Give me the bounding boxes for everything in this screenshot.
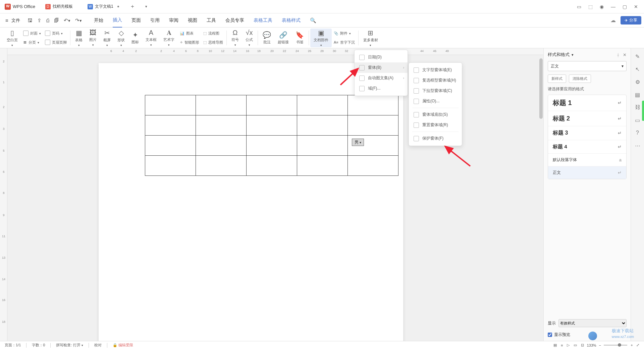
pin-icon[interactable]: ⟊ <box>617 52 620 57</box>
file-menu[interactable]: 文件 <box>3 16 23 25</box>
dropdown-form-field[interactable]: 男 <box>352 139 364 146</box>
icon-button[interactable]: ✦图标 <box>128 29 142 47</box>
flowchart-button[interactable]: ⬚流程图 <box>203 29 223 37</box>
table-button[interactable]: ▦表格▾ <box>72 29 86 47</box>
scrollbar-thumb[interactable] <box>539 58 543 119</box>
zoom-out-button[interactable]: − <box>599 343 601 347</box>
menu-view[interactable]: 视图 <box>188 13 197 28</box>
panel-close-icon[interactable]: ✕ <box>623 52 627 57</box>
dd-protect-form[interactable]: 保护窗体(F) <box>409 133 462 144</box>
select-icon[interactable]: ↖ <box>634 66 641 72</box>
maximize-button[interactable]: ▢ <box>622 4 627 9</box>
book-icon[interactable]: ▭ <box>634 117 641 123</box>
tab-template[interactable]: D 找稻壳模板 <box>41 2 77 12</box>
dd-form[interactable]: 窗体(B)› <box>355 62 408 73</box>
canvas-area[interactable]: 642246810121416182022242628303234444648 … <box>7 48 543 341</box>
view-outline-icon[interactable]: ≡ <box>561 343 563 347</box>
wordart-button[interactable]: 𝐀艺术字▾ <box>160 29 178 47</box>
dd-properties[interactable]: 属性(O)... <box>409 96 462 106</box>
search-icon[interactable]: 🔍 <box>310 17 316 23</box>
layers-icon[interactable]: ▤ <box>634 91 641 98</box>
menu-page[interactable]: 页面 <box>131 13 141 28</box>
fit-icon[interactable]: ⊡ <box>581 343 584 347</box>
more-resources-button[interactable]: ⊞更多素材▾ <box>360 29 381 47</box>
header-footer-button[interactable]: 页眉页脚 <box>45 38 67 46</box>
more-icon[interactable]: ⋯ <box>634 142 641 149</box>
tab-dropdown[interactable]: ▾ <box>141 4 151 9</box>
style-heading3[interactable]: 标题 3↵ <box>548 126 626 140</box>
zoom-slider[interactable] <box>604 345 627 346</box>
document-table[interactable] <box>145 95 398 176</box>
pencil-icon[interactable]: ✎ <box>634 53 641 60</box>
link-icon[interactable]: ⛓ <box>634 104 641 111</box>
dd-autotext[interactable]: 自动图文集(A)› <box>355 73 408 83</box>
symbol-button[interactable]: Ω符号▾ <box>228 29 242 47</box>
dd-form-shading[interactable]: 窗体域底纹(S) <box>409 109 462 120</box>
status-page[interactable]: 页面：1/1 <box>5 343 21 348</box>
textbox-button[interactable]: A文本框▾ <box>142 29 160 47</box>
picture-button[interactable]: 🖼图片▾ <box>86 29 100 47</box>
dd-field[interactable]: 域(F)... <box>355 83 408 94</box>
undo-icon[interactable]: ↶▾ <box>64 17 70 23</box>
close-button[interactable]: ✕ <box>633 4 639 9</box>
dd-checkbox-field[interactable]: 复选框型窗体域(H) <box>409 75 462 86</box>
settings-icon[interactable]: ⚙ <box>634 79 641 85</box>
style-default-font[interactable]: 默认段落字体a <box>548 154 626 166</box>
dd-dropdown-field[interactable]: 下拉型窗体域(C) <box>409 86 462 96</box>
reader-icon[interactable]: ▭ <box>576 4 582 9</box>
chart-button[interactable]: 📊图表 <box>180 29 199 37</box>
clear-format-button[interactable]: 清除格式 <box>569 74 591 83</box>
cover-button[interactable]: 封面▾ <box>23 29 41 37</box>
view-read-icon[interactable]: ▭ <box>574 343 577 347</box>
help-icon[interactable]: ? <box>634 130 641 136</box>
menu-reference[interactable]: 引用 <box>150 13 160 28</box>
bookmark-button[interactable]: 🔖书签 <box>292 29 307 47</box>
screenshot-button[interactable]: ✂截屏▾ <box>100 29 114 47</box>
share-button[interactable]: ✈ 分享 <box>621 16 641 24</box>
hyperlink-button[interactable]: 🔗超链接 <box>274 29 292 47</box>
dd-reset-form[interactable]: 重置窗体域(R) <box>409 120 462 130</box>
menu-table-style[interactable]: 表格样式 <box>282 13 301 28</box>
equation-button[interactable]: √x公式▾ <box>242 29 256 47</box>
attachment-button[interactable]: 📎附件▾ <box>334 29 355 37</box>
dropcap-button[interactable]: A≡首字下沉 <box>334 38 355 46</box>
show-select[interactable]: 有效样式 <box>558 319 627 327</box>
print-preview-icon[interactable]: 🗐 <box>54 17 59 23</box>
status-spell[interactable]: 拼写检查: 打开 ▾ <box>56 343 83 348</box>
comment-button[interactable]: 💬批注 <box>259 29 274 47</box>
view-page-icon[interactable]: ▤ <box>553 343 557 347</box>
mindmap-button[interactable]: ⬚思维导图 <box>203 38 223 46</box>
scrollbar-vertical[interactable] <box>539 55 543 341</box>
style-heading1[interactable]: 标题 1↵ <box>548 95 626 111</box>
status-proof[interactable]: 校对 <box>94 343 102 348</box>
dd-text-field[interactable]: 文字型窗体域(E) <box>409 65 462 75</box>
status-words[interactable]: 字数：0 <box>32 343 45 348</box>
preview-checkbox[interactable] <box>548 333 552 337</box>
document-page[interactable]: 男 <box>99 63 403 341</box>
status-edit-limit[interactable]: 🔒 编辑受限 <box>113 343 133 348</box>
page-break-button[interactable]: 〓分页▾ <box>23 38 41 46</box>
cube-icon[interactable]: ⬚ <box>588 4 593 9</box>
save-icon[interactable]: 🖫 <box>28 17 33 23</box>
blank-page-button[interactable]: ▯空白页▾ <box>3 29 21 47</box>
new-style-button[interactable]: 新样式 <box>548 74 566 83</box>
shape-button[interactable]: ◇形状▾ <box>114 29 128 47</box>
dd-date[interactable]: 日期(D) <box>355 52 408 62</box>
minimize-button[interactable]: — <box>610 4 616 9</box>
menu-start[interactable]: 开始 <box>94 13 103 28</box>
current-style-select[interactable]: 正文▾ <box>548 61 627 71</box>
zoom-value[interactable]: 133% <box>587 343 596 347</box>
new-tab-button[interactable]: ＋ <box>126 3 139 10</box>
cloud-icon[interactable]: ☁ <box>610 17 616 23</box>
menu-tools[interactable]: 工具 <box>207 13 216 28</box>
tab-document[interactable]: W 文字文稿1 <box>83 2 124 12</box>
user-avatar-icon[interactable]: ◉ <box>599 4 604 9</box>
expand-icon[interactable]: ⤢ <box>636 343 639 347</box>
menu-member[interactable]: 会员专享 <box>225 13 244 28</box>
export-icon[interactable]: ⇪ <box>37 17 42 23</box>
menu-table-tools[interactable]: 表格工具 <box>254 13 272 28</box>
smartart-button[interactable]: ✧智能图形 <box>180 38 199 46</box>
redo-icon[interactable]: ↷▾ <box>75 17 82 23</box>
style-normal[interactable]: 正文↵ <box>548 166 626 179</box>
view-web-icon[interactable]: ▷ <box>567 343 570 347</box>
